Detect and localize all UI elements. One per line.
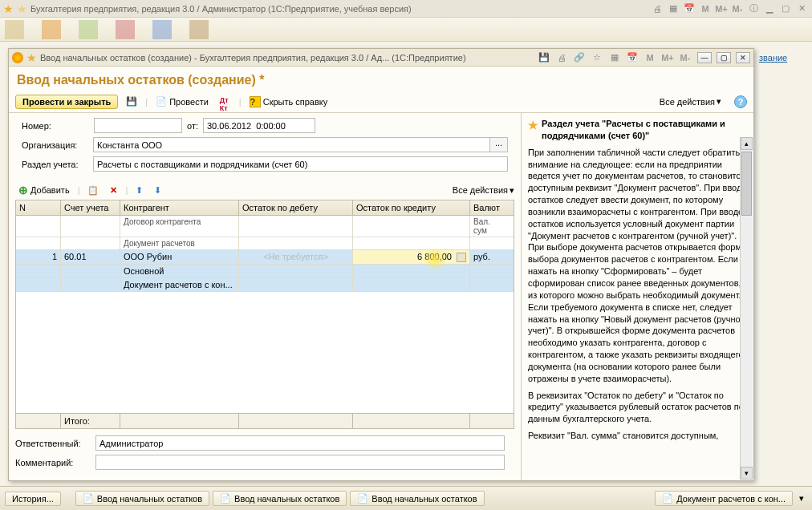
copy-row-button[interactable]: 📋 <box>84 184 102 197</box>
help-paragraph: Реквизит "Вал. сумма" становится доступн… <box>528 430 747 442</box>
number-input[interactable] <box>94 118 182 133</box>
scroll-thumb[interactable] <box>741 152 752 216</box>
table-subrow[interactable]: Основной <box>16 265 514 278</box>
chevron-down-icon[interactable]: ▾ <box>799 493 804 504</box>
cell-credit[interactable]: 6 800,00 <box>353 250 470 264</box>
window-minimize-button[interactable]: — <box>697 52 712 63</box>
col-counterparty[interactable]: Контрагент <box>120 200 239 215</box>
m-minus-button[interactable]: M- <box>678 51 692 64</box>
m-button[interactable]: M <box>698 2 713 15</box>
date-input[interactable] <box>203 118 315 133</box>
post-and-close-button[interactable]: Провести и закрыть <box>15 95 118 109</box>
table-row[interactable]: 1 60.01 ООО Рубин <Не требуется> 6 800,0… <box>16 250 514 265</box>
logo-icon <box>12 52 23 63</box>
responsible-input[interactable] <box>95 435 505 451</box>
grid-icon[interactable]: ▦ <box>666 2 680 15</box>
close-icon[interactable]: ✕ <box>794 2 809 15</box>
cell-counterparty[interactable]: ООО Рубин <box>120 250 239 264</box>
cell-currency[interactable]: руб. <box>470 250 509 264</box>
taskbar-tab[interactable]: 📄Документ расчетов с кон... <box>655 491 793 506</box>
number-label: Номер: <box>22 121 94 131</box>
grid-icon[interactable]: ▦ <box>607 51 622 64</box>
vertical-scrollbar[interactable]: ▴ ▾ <box>740 137 753 480</box>
post-button[interactable]: 📄Провести <box>152 95 212 109</box>
tool-icon[interactable] <box>189 20 209 39</box>
min-icon[interactable]: ▁ <box>762 2 777 15</box>
taskbar-tab[interactable]: 📄Ввод начальных остатков <box>75 491 209 506</box>
org-input[interactable] <box>93 137 490 152</box>
grid-all-actions-button[interactable]: Все действия▾ <box>453 185 514 196</box>
window-close-button[interactable]: ✕ <box>736 52 750 63</box>
hide-help-button[interactable]: ?Скрыть справку <box>246 95 331 109</box>
save-icon[interactable]: 💾 <box>537 51 551 64</box>
date-icon[interactable]: 📅 <box>625 51 639 64</box>
help-icon[interactable]: ? <box>734 95 747 108</box>
tool-icon[interactable] <box>152 20 172 39</box>
chevron-down-icon: ▾ <box>510 185 514 196</box>
print-icon[interactable]: 🖨 <box>554 51 569 64</box>
col-currency[interactable]: Валют <box>470 200 509 215</box>
data-grid[interactable]: N Счет учета Контрагент Остаток по дебет… <box>15 200 514 429</box>
col-n[interactable]: N <box>16 200 61 215</box>
hide-help-label: Скрыть справку <box>263 97 328 107</box>
grid-all-actions-label: Все действия <box>453 185 508 195</box>
m-button[interactable]: M <box>643 51 657 64</box>
scroll-down-button[interactable]: ▾ <box>741 467 753 480</box>
window-maximize-button[interactable]: ▢ <box>717 52 731 63</box>
cell-account[interactable]: 60.01 <box>61 250 120 264</box>
cell-n[interactable]: 1 <box>16 250 61 264</box>
calc-icon[interactable]: 📅 <box>682 2 696 15</box>
m-plus-button[interactable]: M+ <box>660 51 675 64</box>
move-up-button[interactable]: ⬆ <box>132 184 146 197</box>
taskbar-tab[interactable]: 📄Ввод начальных остатков <box>350 491 484 506</box>
svg-rect-5 <box>189 20 209 39</box>
all-actions-button[interactable]: Все действия▾ <box>660 96 721 107</box>
cell-doc[interactable]: Документ расчетов с кон... <box>120 278 239 291</box>
chevron-down-icon: ▾ <box>717 96 721 107</box>
tool-icon[interactable] <box>116 20 135 39</box>
add-row-button[interactable]: ⊕Добавить <box>15 182 73 198</box>
dk-button[interactable]: ДтКт <box>217 95 234 109</box>
section-label: Раздел учета: <box>22 160 93 169</box>
col-credit[interactable]: Остаток по кредиту <box>353 200 470 215</box>
grid-empty-area[interactable] <box>16 292 514 413</box>
star-icon: ★ <box>17 2 27 15</box>
save-button[interactable]: 💾 <box>123 95 140 109</box>
col-debit[interactable]: Остаток по дебету <box>239 200 353 215</box>
tool-icon[interactable] <box>79 20 98 39</box>
copy-icon: 📋 <box>87 185 99 196</box>
info-icon[interactable]: ⓘ <box>746 2 761 15</box>
cell-contract[interactable]: Основной <box>120 265 239 277</box>
taskbar-tab[interactable]: 📄Ввод начальных остатков <box>213 491 347 506</box>
print-icon[interactable]: 🖨 <box>650 2 664 15</box>
tool-icon[interactable] <box>5 20 24 39</box>
left-pane: Номер: от: Организация: ... Раздел учета… <box>9 113 521 480</box>
outer-title-text: Бухгалтерия предприятия, редакция 3.0 / … <box>30 4 647 14</box>
side-link[interactable]: звание <box>756 48 812 67</box>
table-subrow[interactable]: Документ расчетов с кон... <box>16 278 514 292</box>
grid-toolbar: ⊕Добавить | 📋 ✕ | ⬆ ⬇ Все действия▾ <box>15 180 514 200</box>
arrow-down-icon: ⬇ <box>154 185 161 196</box>
star-outline-icon[interactable]: ☆ <box>590 51 604 64</box>
link-icon[interactable]: 🔗 <box>572 51 587 64</box>
m-plus-button[interactable]: M+ <box>714 2 729 15</box>
comment-label: Комментарий: <box>15 458 95 468</box>
history-button[interactable]: История... <box>5 492 61 506</box>
cell-debit[interactable]: <Не требуется> <box>239 250 353 264</box>
comment-input[interactable] <box>95 455 505 470</box>
outer-titlebar: ★ ★ Бухгалтерия предприятия, редакция 3.… <box>0 0 812 18</box>
scroll-up-button[interactable]: ▴ <box>741 137 753 150</box>
subcol-doc: Документ расчетов <box>120 237 239 249</box>
section-input[interactable] <box>93 156 508 172</box>
main-toolbar-strip <box>0 18 812 42</box>
tool-icon[interactable] <box>42 20 61 39</box>
star-icon: ★ <box>3 2 14 15</box>
max-icon[interactable]: ▢ <box>778 2 793 15</box>
org-select-button[interactable]: ... <box>490 137 508 152</box>
calculator-icon[interactable] <box>457 253 466 262</box>
star-icon[interactable]: ★ <box>26 51 37 64</box>
m-minus-button[interactable]: M- <box>730 2 745 15</box>
col-account[interactable]: Счет учета <box>61 200 120 215</box>
move-down-button[interactable]: ⬇ <box>151 184 164 197</box>
delete-row-button[interactable]: ✕ <box>107 184 120 197</box>
